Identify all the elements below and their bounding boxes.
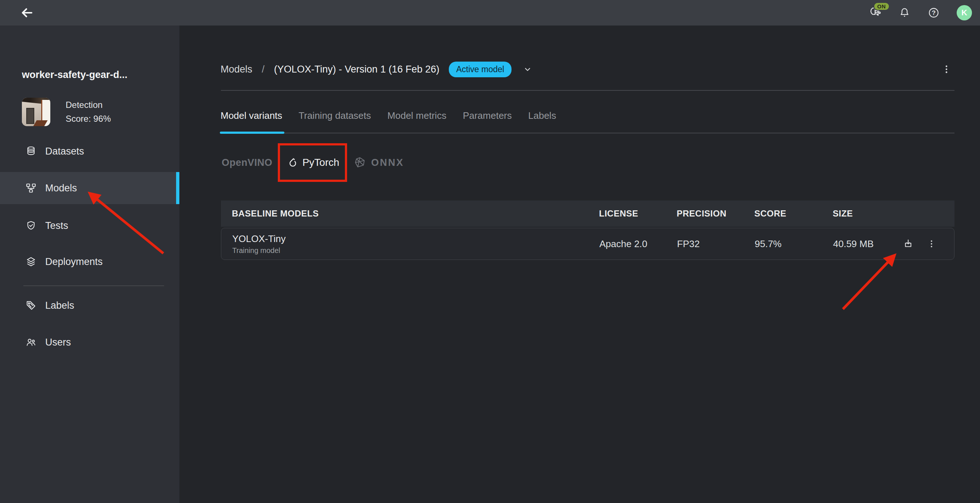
version-dropdown-button[interactable] — [522, 64, 533, 74]
back-button[interactable] — [19, 5, 35, 21]
sidebar-item-label: Datasets — [45, 146, 84, 157]
openvino-wordmark: OpenVINO — [222, 157, 272, 169]
sidebar-item-label: Users — [45, 337, 71, 348]
svg-text:?: ? — [932, 9, 936, 16]
main-content: Models / (YOLOX-Tiny) - Version 1 (16 Fe… — [180, 25, 980, 503]
tab-training-datasets[interactable]: Training datasets — [299, 110, 371, 128]
help-icon: ? — [928, 7, 940, 19]
table-title: BASELINE MODELS — [232, 209, 319, 219]
database-icon — [25, 146, 37, 157]
framework-selector: OpenVINO PyTorch ONNX — [180, 144, 980, 181]
cell-precision: FP32 — [677, 228, 700, 259]
sidebar-item-deployments[interactable]: Deployments — [0, 246, 180, 278]
column-score: SCORE — [754, 201, 786, 227]
notifications-button[interactable] — [898, 6, 911, 19]
sidebar-item-label: Models — [45, 183, 77, 194]
sidebar-item-labels[interactable]: Labels — [0, 290, 180, 322]
shield-check-icon — [25, 220, 37, 231]
row-menu-button[interactable] — [923, 236, 940, 252]
column-precision: PRECISION — [677, 201, 727, 227]
download-icon — [903, 239, 914, 249]
sidebar-item-label: Deployments — [45, 256, 103, 267]
tab-model-variants[interactable]: Model variants — [221, 110, 282, 128]
header-divider — [221, 90, 955, 91]
table-header: BASELINE MODELS LICENSE PRECISION SCORE … — [221, 201, 955, 227]
help-button[interactable]: ? — [928, 6, 940, 19]
project-name: worker-safety-gear-d... — [22, 69, 127, 81]
sidebar-item-users[interactable]: Users — [0, 326, 180, 358]
sidebar-item-models[interactable]: Models — [0, 172, 180, 204]
sidebar-item-label: Tests — [45, 220, 68, 231]
bell-icon — [899, 7, 910, 19]
kebab-menu-icon — [927, 239, 936, 248]
models-hierarchy-icon — [25, 183, 37, 194]
user-avatar[interactable]: K — [957, 5, 972, 21]
top-bar: ON ? K — [0, 0, 980, 25]
baseline-models-table: BASELINE MODELS LICENSE PRECISION SCORE … — [221, 201, 955, 260]
project-thumbnail[interactable] — [22, 98, 50, 126]
sidebar-item-label: Labels — [45, 300, 75, 311]
layers-icon — [25, 256, 37, 267]
kebab-menu-icon — [942, 65, 951, 74]
breadcrumb-models-link[interactable]: Models — [221, 64, 252, 75]
table-row[interactable]: YOLOX-Tiny Training model Apache 2.0 FP3… — [221, 228, 955, 260]
sidebar-item-tests[interactable]: Tests — [0, 210, 180, 242]
cell-score: 95.7% — [755, 228, 782, 259]
tab-labels[interactable]: Labels — [528, 110, 556, 128]
tabs-divider — [221, 133, 955, 134]
auto-training-on-badge: ON — [873, 2, 889, 11]
column-license: LICENSE — [599, 201, 638, 227]
cell-size: 40.59 MB — [833, 228, 873, 259]
task-score-label: Score: 96% — [65, 114, 111, 124]
sidebar: worker-safety-gear-d... Detection Score:… — [0, 25, 180, 503]
tab-parameters[interactable]: Parameters — [463, 110, 512, 128]
tab-model-metrics[interactable]: Model metrics — [388, 110, 447, 128]
model-name: YOLOX-Tiny — [232, 233, 285, 245]
sidebar-divider — [23, 285, 164, 286]
topbar-actions: ON ? K — [869, 5, 972, 21]
tag-icon — [25, 300, 37, 311]
task-type-label: Detection — [65, 100, 102, 110]
sidebar-item-datasets[interactable]: Datasets — [0, 135, 180, 167]
active-model-badge: Active model — [449, 62, 512, 77]
active-tab-underline — [220, 132, 285, 134]
model-tabs: Model variants Training datasets Model m… — [221, 110, 556, 128]
back-arrow-icon — [20, 6, 34, 20]
users-icon — [25, 337, 37, 348]
framework-openvino[interactable]: OpenVINO — [222, 144, 272, 181]
page-menu-button[interactable] — [939, 61, 955, 77]
model-subtitle: Training model — [232, 247, 280, 255]
pytorch-wordmark: PyTorch — [302, 157, 339, 169]
breadcrumb-current-model: (YOLOX-Tiny) - Version 1 (16 Feb 26) — [274, 64, 440, 75]
framework-onnx[interactable]: ONNX — [354, 144, 404, 181]
breadcrumb-separator: / — [262, 64, 265, 75]
framework-pytorch[interactable]: PyTorch — [279, 144, 346, 181]
chevron-down-icon — [522, 64, 533, 74]
onnx-wordmark: ONNX — [371, 157, 404, 169]
column-size: SIZE — [833, 201, 853, 227]
onnx-icon — [354, 156, 366, 169]
app-window: ON ? K worker-safety-gear-d... Detection… — [0, 0, 980, 503]
auto-training-button[interactable]: ON — [869, 6, 881, 19]
download-model-button[interactable] — [900, 236, 916, 252]
cell-license: Apache 2.0 — [600, 228, 648, 259]
breadcrumb: Models / (YOLOX-Tiny) - Version 1 (16 Fe… — [221, 60, 533, 78]
pytorch-flame-icon — [285, 157, 297, 169]
